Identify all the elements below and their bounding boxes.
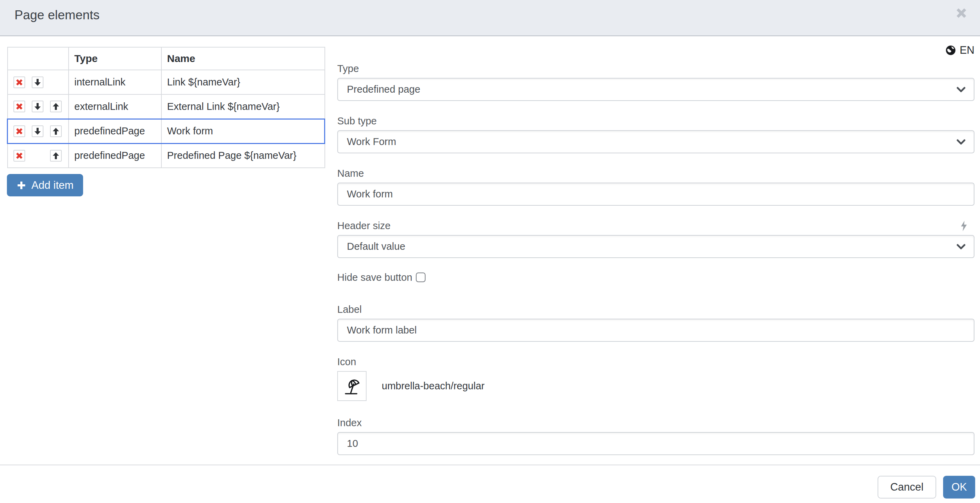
delete-x-icon [16, 79, 23, 86]
chevron-down-icon [956, 87, 966, 92]
arrow-down-icon [34, 78, 41, 86]
type-select[interactable]: Predefined page [337, 78, 974, 101]
close-button[interactable] [955, 6, 968, 20]
type-cell: predefinedPage [68, 119, 161, 143]
header-size-field-group: Header size Default value [337, 220, 974, 258]
arrow-down-icon [34, 127, 41, 135]
lightning-bolt-icon[interactable] [960, 221, 967, 232]
arrow-down-icon [34, 102, 41, 111]
row-actions-cell [8, 70, 68, 94]
row-actions-cell [8, 94, 68, 119]
header-size-label: Header size [337, 220, 391, 232]
table-header-row: Type Name [8, 47, 325, 70]
close-icon [955, 6, 968, 20]
name-cell: External Link ${nameVar} [161, 94, 325, 119]
chevron-down-icon [956, 244, 966, 249]
table-row[interactable]: externalLink External Link ${nameVar} [8, 94, 325, 119]
type-label: Type [337, 63, 974, 75]
icon-field-label: Icon [337, 356, 974, 368]
arrow-up-icon [52, 152, 60, 160]
delete-x-icon [16, 127, 23, 135]
dialog-title: Page elements [14, 8, 100, 23]
row-actions-cell [8, 143, 68, 168]
page-elements-dialog: Page elements Type Name [0, 0, 980, 503]
type-field-group: Type Predefined page [337, 63, 974, 101]
hide-save-checkbox[interactable] [416, 273, 426, 282]
items-panel: Type Name [7, 47, 324, 197]
header-size-select[interactable]: Default value [337, 235, 974, 258]
index-label: Index [337, 417, 974, 428]
name-cell: Predefined Page ${nameVar} [161, 143, 325, 168]
umbrella-beach-icon [342, 376, 362, 396]
move-down-button[interactable] [32, 101, 43, 112]
header-size-select-value: Default value [347, 241, 405, 252]
label-field-label: Label [337, 303, 974, 315]
index-field-group: Index [337, 417, 974, 455]
row-actions-cell [8, 119, 68, 143]
subtype-select-value: Work Form [347, 136, 396, 148]
label-input[interactable] [337, 319, 974, 342]
table-row[interactable]: internalLink Link ${nameVar} [8, 70, 325, 94]
type-column-header: Type [68, 47, 161, 70]
name-field-group: Name [337, 167, 974, 206]
delete-x-icon [16, 152, 23, 160]
table-row-selected[interactable]: predefinedPage Work form [8, 119, 325, 143]
language-indicator[interactable]: EN [337, 45, 974, 56]
type-cell: internalLink [68, 70, 161, 94]
delete-item-button[interactable] [13, 150, 25, 162]
label-field-group: Label [337, 303, 974, 342]
delete-x-icon [16, 103, 23, 110]
ok-button[interactable]: OK [943, 476, 975, 498]
language-code: EN [960, 44, 974, 57]
index-input[interactable] [337, 432, 974, 455]
subtype-select[interactable]: Work Form [337, 130, 974, 153]
name-cell: Work form [161, 119, 325, 143]
arrow-up-icon [52, 127, 60, 135]
move-down-button[interactable] [32, 76, 43, 88]
delete-item-button[interactable] [13, 125, 25, 137]
name-input[interactable] [337, 182, 974, 206]
delete-item-button[interactable] [13, 101, 25, 112]
type-cell: externalLink [68, 94, 161, 119]
icon-picker[interactable] [337, 371, 367, 401]
move-up-button[interactable] [50, 150, 62, 162]
globe-icon [945, 45, 956, 56]
name-label: Name [337, 167, 974, 179]
subtype-label: Sub type [337, 115, 974, 127]
hide-save-label: Hide save button [337, 272, 412, 283]
items-table: Type Name [7, 47, 325, 168]
plus-icon [17, 181, 26, 190]
actions-column-header [8, 47, 68, 70]
name-column-header: Name [161, 47, 325, 70]
dialog-header: Page elements [0, 0, 980, 36]
arrow-up-icon [52, 102, 60, 111]
type-select-value: Predefined page [347, 84, 420, 95]
move-up-button[interactable] [50, 101, 62, 112]
cancel-button[interactable]: Cancel [878, 476, 937, 498]
chevron-down-icon [956, 139, 966, 145]
table-row[interactable]: predefinedPage Predefined Page ${nameVar… [8, 143, 325, 168]
delete-item-button[interactable] [13, 76, 25, 88]
element-form-panel: EN Type Predefined page Sub type Work Fo… [337, 45, 974, 469]
hide-save-field-group: Hide save button [337, 272, 974, 282]
move-down-button[interactable] [32, 125, 43, 137]
icon-value: umbrella-beach/regular [382, 380, 484, 392]
add-item-button[interactable]: Add item [7, 174, 83, 197]
icon-field-group: Icon umb [337, 356, 974, 401]
type-cell: predefinedPage [68, 143, 161, 168]
add-item-label: Add item [31, 179, 73, 192]
name-cell: Link ${nameVar} [161, 70, 325, 94]
move-up-button[interactable] [50, 125, 62, 137]
subtype-field-group: Sub type Work Form [337, 115, 974, 153]
dialog-footer: Cancel OK [0, 465, 980, 498]
